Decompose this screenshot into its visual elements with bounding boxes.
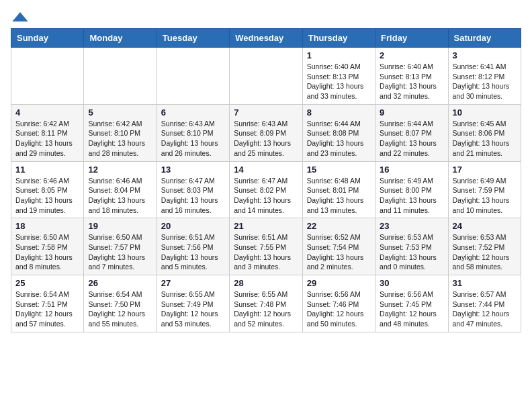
day-info: Sunrise: 6:51 AMSunset: 7:56 PMDaylight:… xyxy=(161,232,225,272)
day-number: 5 xyxy=(88,107,152,118)
calendar-cell: 14Sunrise: 6:47 AMSunset: 8:02 PMDayligh… xyxy=(230,161,302,218)
calendar-cell: 13Sunrise: 6:47 AMSunset: 8:03 PMDayligh… xyxy=(157,161,229,218)
calendar-cell: 28Sunrise: 6:55 AMSunset: 7:48 PMDayligh… xyxy=(230,275,302,332)
day-number: 1 xyxy=(307,50,371,60)
calendar-cell: 26Sunrise: 6:54 AMSunset: 7:50 PMDayligh… xyxy=(84,275,157,332)
day-info: Sunrise: 6:40 AMSunset: 8:13 PMDaylight:… xyxy=(380,62,443,101)
day-number: 26 xyxy=(88,278,152,288)
calendar-cell: 8Sunrise: 6:44 AMSunset: 8:08 PMDaylight… xyxy=(302,104,375,161)
day-number: 23 xyxy=(380,221,443,231)
day-header-tuesday: Tuesday xyxy=(157,29,229,48)
calendar-cell: 10Sunrise: 6:45 AMSunset: 8:06 PMDayligh… xyxy=(448,104,521,161)
day-number: 8 xyxy=(307,107,371,118)
day-info: Sunrise: 6:55 AMSunset: 7:48 PMDaylight:… xyxy=(234,289,298,329)
day-number: 13 xyxy=(161,165,225,175)
calendar-cell: 5Sunrise: 6:42 AMSunset: 8:10 PMDaylight… xyxy=(84,104,157,161)
day-info: Sunrise: 6:40 AMSunset: 8:13 PMDaylight:… xyxy=(307,62,371,101)
day-number: 30 xyxy=(380,278,443,288)
day-number: 21 xyxy=(234,221,298,231)
calendar-cell: 22Sunrise: 6:52 AMSunset: 7:54 PMDayligh… xyxy=(302,218,375,275)
calendar-cell: 29Sunrise: 6:56 AMSunset: 7:46 PMDayligh… xyxy=(302,275,375,332)
page-header xyxy=(11,11,521,21)
day-info: Sunrise: 6:56 AMSunset: 7:45 PMDaylight:… xyxy=(380,289,443,329)
day-info: Sunrise: 6:44 AMSunset: 8:08 PMDaylight:… xyxy=(307,119,371,158)
calendar-cell: 4Sunrise: 6:42 AMSunset: 8:11 PMDaylight… xyxy=(11,104,84,161)
day-info: Sunrise: 6:49 AMSunset: 8:00 PMDaylight:… xyxy=(380,176,443,216)
calendar-cell: 19Sunrise: 6:50 AMSunset: 7:57 PMDayligh… xyxy=(84,218,157,275)
day-number: 4 xyxy=(15,107,79,118)
calendar-cell: 17Sunrise: 6:49 AMSunset: 7:59 PMDayligh… xyxy=(448,161,521,218)
day-number: 19 xyxy=(88,221,152,231)
calendar-cell: 30Sunrise: 6:56 AMSunset: 7:45 PMDayligh… xyxy=(375,275,448,332)
calendar-cell: 18Sunrise: 6:50 AMSunset: 7:58 PMDayligh… xyxy=(11,218,84,275)
day-number: 25 xyxy=(15,278,79,288)
calendar-cell: 12Sunrise: 6:46 AMSunset: 8:04 PMDayligh… xyxy=(84,161,157,218)
day-info: Sunrise: 6:54 AMSunset: 7:50 PMDaylight:… xyxy=(88,289,152,329)
day-info: Sunrise: 6:43 AMSunset: 8:09 PMDaylight:… xyxy=(234,119,298,158)
day-header-saturday: Saturday xyxy=(448,29,521,48)
day-info: Sunrise: 6:50 AMSunset: 7:57 PMDaylight:… xyxy=(88,232,152,272)
logo-arrow-icon xyxy=(12,12,28,21)
calendar-cell: 25Sunrise: 6:54 AMSunset: 7:51 PMDayligh… xyxy=(11,275,84,332)
calendar-cell: 1Sunrise: 6:40 AMSunset: 8:13 PMDaylight… xyxy=(302,48,375,105)
svg-marker-0 xyxy=(12,12,28,21)
calendar-cell: 24Sunrise: 6:53 AMSunset: 7:52 PMDayligh… xyxy=(448,218,521,275)
day-number: 14 xyxy=(234,165,298,175)
calendar-cell: 15Sunrise: 6:48 AMSunset: 8:01 PMDayligh… xyxy=(302,161,375,218)
day-info: Sunrise: 6:51 AMSunset: 7:55 PMDaylight:… xyxy=(234,232,298,272)
day-info: Sunrise: 6:56 AMSunset: 7:46 PMDaylight:… xyxy=(307,289,371,329)
day-info: Sunrise: 6:45 AMSunset: 8:06 PMDaylight:… xyxy=(453,119,517,158)
day-info: Sunrise: 6:48 AMSunset: 8:01 PMDaylight:… xyxy=(307,176,371,216)
calendar-cell: 23Sunrise: 6:53 AMSunset: 7:53 PMDayligh… xyxy=(375,218,448,275)
calendar-cell: 9Sunrise: 6:44 AMSunset: 8:07 PMDaylight… xyxy=(375,104,448,161)
day-number: 2 xyxy=(380,50,443,60)
calendar-cell: 2Sunrise: 6:40 AMSunset: 8:13 PMDaylight… xyxy=(375,48,448,105)
day-header-monday: Monday xyxy=(84,29,157,48)
calendar-cell: 11Sunrise: 6:46 AMSunset: 8:05 PMDayligh… xyxy=(11,161,84,218)
day-number: 29 xyxy=(307,278,371,288)
day-info: Sunrise: 6:41 AMSunset: 8:12 PMDaylight:… xyxy=(453,62,517,101)
day-number: 31 xyxy=(453,278,517,288)
calendar-cell: 7Sunrise: 6:43 AMSunset: 8:09 PMDaylight… xyxy=(230,104,302,161)
day-number: 20 xyxy=(161,221,225,231)
day-header-thursday: Thursday xyxy=(302,29,375,48)
day-number: 22 xyxy=(307,221,371,231)
calendar-cell: 27Sunrise: 6:55 AMSunset: 7:49 PMDayligh… xyxy=(157,275,229,332)
day-number: 6 xyxy=(161,107,225,118)
day-info: Sunrise: 6:52 AMSunset: 7:54 PMDaylight:… xyxy=(307,232,371,272)
day-header-sunday: Sunday xyxy=(11,29,84,48)
day-info: Sunrise: 6:54 AMSunset: 7:51 PMDaylight:… xyxy=(15,289,79,329)
logo xyxy=(11,11,28,21)
day-info: Sunrise: 6:49 AMSunset: 7:59 PMDaylight:… xyxy=(453,176,517,216)
calendar-cell xyxy=(230,48,302,105)
day-info: Sunrise: 6:46 AMSunset: 8:05 PMDaylight:… xyxy=(15,176,79,216)
day-number: 17 xyxy=(453,165,517,175)
day-number: 11 xyxy=(15,165,79,175)
day-info: Sunrise: 6:47 AMSunset: 8:03 PMDaylight:… xyxy=(161,176,225,216)
day-info: Sunrise: 6:44 AMSunset: 8:07 PMDaylight:… xyxy=(380,119,443,158)
calendar-cell xyxy=(11,48,84,105)
day-info: Sunrise: 6:55 AMSunset: 7:49 PMDaylight:… xyxy=(161,289,225,329)
day-number: 9 xyxy=(380,107,443,118)
calendar-cell: 31Sunrise: 6:57 AMSunset: 7:44 PMDayligh… xyxy=(448,275,521,332)
day-number: 15 xyxy=(307,165,371,175)
day-number: 12 xyxy=(88,165,152,175)
calendar-cell: 3Sunrise: 6:41 AMSunset: 8:12 PMDaylight… xyxy=(448,48,521,105)
day-info: Sunrise: 6:43 AMSunset: 8:10 PMDaylight:… xyxy=(161,119,225,158)
day-info: Sunrise: 6:53 AMSunset: 7:52 PMDaylight:… xyxy=(453,232,517,272)
day-number: 24 xyxy=(453,221,517,231)
day-header-friday: Friday xyxy=(375,29,448,48)
day-number: 7 xyxy=(234,107,298,118)
day-number: 10 xyxy=(453,107,517,118)
calendar-cell: 6Sunrise: 6:43 AMSunset: 8:10 PMDaylight… xyxy=(157,104,229,161)
day-number: 16 xyxy=(380,165,443,175)
day-info: Sunrise: 6:50 AMSunset: 7:58 PMDaylight:… xyxy=(15,232,79,272)
calendar-cell: 20Sunrise: 6:51 AMSunset: 7:56 PMDayligh… xyxy=(157,218,229,275)
calendar-cell xyxy=(84,48,157,105)
day-number: 3 xyxy=(453,50,517,60)
day-header-wednesday: Wednesday xyxy=(230,29,302,48)
day-info: Sunrise: 6:46 AMSunset: 8:04 PMDaylight:… xyxy=(88,176,152,216)
calendar-cell xyxy=(157,48,229,105)
calendar-cell: 16Sunrise: 6:49 AMSunset: 8:00 PMDayligh… xyxy=(375,161,448,218)
calendar-cell: 21Sunrise: 6:51 AMSunset: 7:55 PMDayligh… xyxy=(230,218,302,275)
